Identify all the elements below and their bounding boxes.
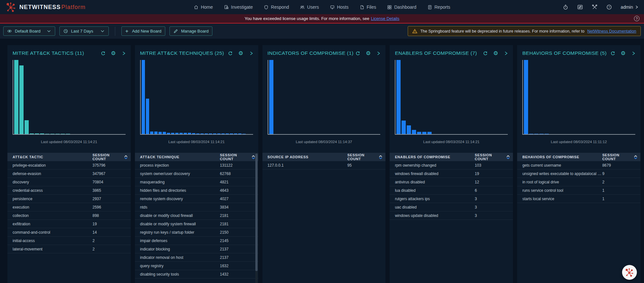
table-row[interactable]: process injection131122: [135, 161, 258, 170]
chart-bar[interactable]: [524, 60, 528, 134]
table-row[interactable]: antivirus disabled12: [390, 178, 513, 186]
column-header-count[interactable]: SESSION COUNT: [602, 153, 640, 161]
table-row[interactable]: uac disabled3: [390, 203, 513, 211]
column-header-count[interactable]: SESSION COUNT: [475, 153, 513, 161]
sort-icon[interactable]: [506, 155, 510, 159]
column-header-label[interactable]: ATT&CK TACTIC: [7, 155, 92, 159]
chevron-right-icon[interactable]: [249, 51, 254, 56]
table-row[interactable]: ntds3834: [135, 203, 258, 211]
table-row[interactable]: remote system discovery4027: [135, 195, 258, 203]
table-row[interactable]: disable or modify system firewall2181: [135, 220, 258, 228]
board-select[interactable]: Default Board: [3, 26, 55, 36]
chevron-right-icon[interactable]: [376, 51, 381, 56]
nav-item-hosts[interactable]: Hosts: [330, 5, 349, 10]
documentation-link[interactable]: NetWitness Documentation: [588, 29, 636, 34]
table-row[interactable]: indicator removal on host2137: [135, 253, 258, 262]
table-row[interactable]: gets current username8679: [517, 161, 640, 170]
chart-bar[interactable]: [242, 134, 246, 134]
nav-item-home[interactable]: Home: [194, 5, 213, 10]
table-row[interactable]: runs service control tool1: [517, 186, 640, 195]
chart-bar[interactable]: [158, 132, 162, 134]
column-header-label[interactable]: ATT&CK TECHNIQUE: [135, 155, 220, 159]
chart-bar[interactable]: [205, 133, 208, 134]
column-header-count[interactable]: SESSION COUNT: [220, 153, 258, 161]
chart-bar[interactable]: [417, 132, 421, 134]
chart-bar[interactable]: [188, 133, 191, 134]
chart-bar[interactable]: [179, 133, 183, 134]
table-row[interactable]: disable or modify cloud firewall2181: [135, 211, 258, 220]
table-row[interactable]: masquerading4821: [135, 178, 258, 186]
chart-bar[interactable]: [150, 132, 153, 134]
table-row[interactable]: starts local service1: [517, 195, 640, 203]
chart-bar[interactable]: [56, 134, 60, 134]
time-range-select[interactable]: Last 7 Days: [59, 26, 109, 36]
stopwatch-icon[interactable]: [563, 4, 568, 10]
table-row[interactable]: in root of logical drive2: [517, 178, 640, 186]
table-row[interactable]: 127.0.0.195: [262, 161, 386, 170]
chart-bar[interactable]: [171, 133, 174, 134]
refresh-icon[interactable]: [101, 51, 106, 56]
chart-bar[interactable]: [25, 120, 29, 134]
table-row[interactable]: privilege-escalation375796: [7, 161, 131, 170]
tools-icon[interactable]: [592, 4, 598, 10]
table-row[interactable]: hidden files and directories4643: [135, 186, 258, 195]
chart-bar[interactable]: [40, 133, 44, 134]
table-row[interactable]: indicator blocking2137: [135, 245, 258, 253]
chart-bar[interactable]: [217, 133, 220, 134]
chart-bar[interactable]: [142, 60, 145, 134]
chart-bar[interactable]: [269, 60, 273, 134]
nav-item-dashboard[interactable]: Dashboard: [387, 5, 416, 10]
chart-bar[interactable]: [209, 133, 212, 134]
refresh-icon[interactable]: [228, 51, 233, 56]
table-scrollbar[interactable]: [255, 153, 258, 283]
nav-item-respond[interactable]: Respond: [264, 5, 289, 10]
nav-item-files[interactable]: Files: [360, 5, 376, 10]
chart-bar[interactable]: [50, 134, 55, 134]
chart-bar[interactable]: [163, 132, 166, 134]
table-row[interactable]: discovery70804: [7, 178, 131, 186]
gear-icon[interactable]: ⚙: [366, 51, 371, 56]
chart-bar[interactable]: [402, 121, 406, 134]
sort-icon[interactable]: [251, 155, 255, 159]
table-row[interactable]: execution2596: [7, 203, 131, 211]
chart-bar[interactable]: [422, 132, 426, 134]
nav-item-investigate[interactable]: Investigate: [224, 5, 253, 10]
gear-icon[interactable]: ⚙: [493, 51, 498, 56]
table-row[interactable]: defense-evasion347967: [7, 170, 131, 178]
chevron-right-icon[interactable]: [121, 51, 126, 56]
table-row[interactable]: credential-access3865: [7, 186, 131, 195]
gear-icon[interactable]: ⚙: [238, 51, 243, 56]
add-new-board-button[interactable]: + Add New Board: [121, 26, 165, 36]
table-row[interactable]: initial-access2: [7, 237, 131, 245]
help-icon[interactable]: ?: [634, 16, 639, 21]
chart-bar[interactable]: [213, 133, 216, 134]
table-row[interactable]: unsigned writes executable to appdataloc…: [517, 170, 640, 178]
chart-bar[interactable]: [221, 133, 225, 134]
table-row[interactable]: persistence2937: [7, 195, 131, 203]
chart-bar[interactable]: [427, 132, 432, 134]
column-header-label[interactable]: SOURCE IP ADDRESS: [262, 155, 347, 159]
table-row[interactable]: lateral-movement2: [7, 245, 131, 253]
column-header-count[interactable]: SESSION COUNT: [347, 153, 385, 161]
chart-bar[interactable]: [534, 134, 538, 134]
sort-icon[interactable]: [379, 155, 383, 159]
chevron-right-icon[interactable]: [504, 51, 508, 56]
column-header-label[interactable]: BEHAVIORS OF COMPROMISE: [517, 155, 602, 159]
table-row[interactable]: impair defenses2145: [135, 237, 258, 245]
chart-bar[interactable]: [175, 133, 179, 134]
sliders-icon[interactable]: [577, 4, 583, 10]
gear-icon[interactable]: ⚙: [111, 51, 116, 56]
nav-item-reports[interactable]: Reports: [427, 5, 450, 10]
table-row[interactable]: windows firewall disabled19: [390, 170, 513, 178]
chart-bar[interactable]: [226, 133, 229, 134]
table-row[interactable]: command-and-control14: [7, 228, 131, 237]
chart-bar[interactable]: [230, 133, 233, 134]
table-row[interactable]: system owner/user discovery62768: [135, 170, 258, 178]
chart-bar[interactable]: [66, 134, 70, 134]
chart-bar[interactable]: [412, 130, 416, 134]
chart-bar[interactable]: [200, 133, 204, 134]
chart-bar[interactable]: [238, 133, 241, 134]
chart-bar[interactable]: [14, 60, 18, 134]
chart-bar[interactable]: [539, 134, 544, 134]
chart-bar[interactable]: [407, 125, 411, 134]
